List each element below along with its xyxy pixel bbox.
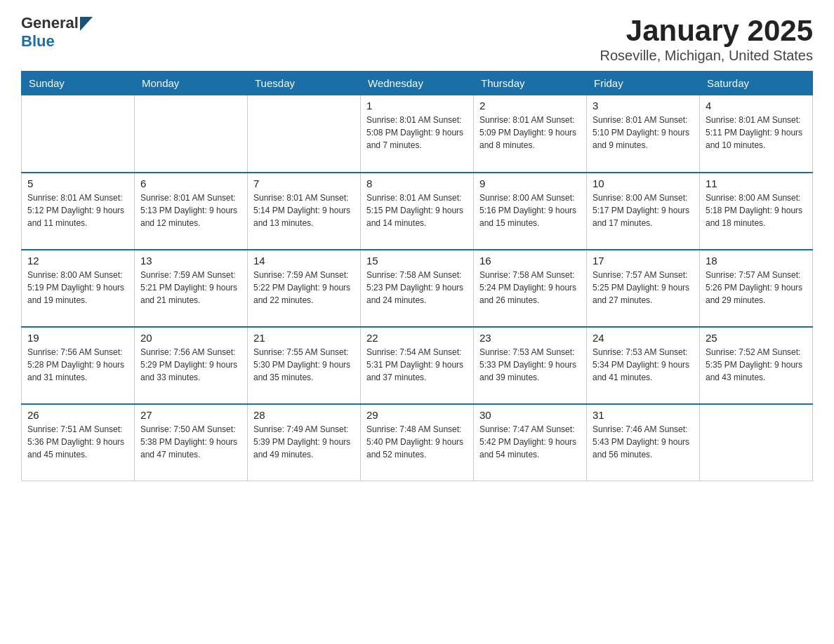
day-header-tuesday: Tuesday [248,72,361,95]
calendar-cell: 11Sunrise: 8:00 AM Sunset: 5:18 PM Dayli… [700,173,813,250]
calendar-cell: 18Sunrise: 7:57 AM Sunset: 5:26 PM Dayli… [700,250,813,327]
day-number: 25 [706,332,807,344]
day-info: Sunrise: 8:01 AM Sunset: 5:10 PM Dayligh… [593,114,694,152]
day-info: Sunrise: 7:59 AM Sunset: 5:21 PM Dayligh… [140,269,241,307]
logo: General Blue [21,14,93,51]
calendar-week-row: 19Sunrise: 7:56 AM Sunset: 5:28 PM Dayli… [22,327,813,404]
day-number: 8 [366,177,468,189]
day-header-sunday: Sunday [22,72,135,95]
day-info: Sunrise: 7:46 AM Sunset: 5:43 PM Dayligh… [593,423,694,461]
day-number: 4 [706,100,807,112]
calendar-cell: 7Sunrise: 8:01 AM Sunset: 5:14 PM Daylig… [248,173,361,250]
day-number: 21 [253,332,355,344]
calendar-cell: 1Sunrise: 8:01 AM Sunset: 5:08 PM Daylig… [361,95,474,173]
calendar-cell [22,95,135,173]
day-info: Sunrise: 7:53 AM Sunset: 5:34 PM Dayligh… [593,346,694,384]
day-info: Sunrise: 7:58 AM Sunset: 5:23 PM Dayligh… [366,269,468,307]
calendar-cell: 26Sunrise: 7:51 AM Sunset: 5:36 PM Dayli… [22,404,135,481]
calendar-cell: 23Sunrise: 7:53 AM Sunset: 5:33 PM Dayli… [474,327,587,404]
calendar-cell: 16Sunrise: 7:58 AM Sunset: 5:24 PM Dayli… [474,250,587,327]
calendar-cell: 12Sunrise: 8:00 AM Sunset: 5:19 PM Dayli… [22,250,135,327]
calendar-cell [248,95,361,173]
day-info: Sunrise: 7:59 AM Sunset: 5:22 PM Dayligh… [253,269,355,307]
day-info: Sunrise: 7:57 AM Sunset: 5:26 PM Dayligh… [706,269,807,307]
day-info: Sunrise: 7:49 AM Sunset: 5:39 PM Dayligh… [253,423,355,461]
calendar-cell: 28Sunrise: 7:49 AM Sunset: 5:39 PM Dayli… [248,404,361,481]
calendar-cell: 9Sunrise: 8:00 AM Sunset: 5:16 PM Daylig… [474,173,587,250]
day-header-saturday: Saturday [700,72,813,95]
day-number: 17 [593,255,694,267]
logo-arrow-icon [80,17,93,31]
calendar-cell: 22Sunrise: 7:54 AM Sunset: 5:31 PM Dayli… [361,327,474,404]
day-number: 9 [479,177,581,189]
day-header-thursday: Thursday [474,72,587,95]
day-header-wednesday: Wednesday [361,72,474,95]
calendar-table: SundayMondayTuesdayWednesdayThursdayFrid… [21,71,813,481]
day-number: 14 [253,255,355,267]
day-number: 13 [140,255,241,267]
day-info: Sunrise: 8:01 AM Sunset: 5:12 PM Dayligh… [27,192,128,229]
svg-marker-0 [80,17,93,31]
calendar-title: January 2025 [600,14,813,48]
day-number: 16 [479,255,581,267]
day-number: 1 [366,100,468,112]
calendar-cell: 10Sunrise: 8:00 AM Sunset: 5:17 PM Dayli… [587,173,700,250]
calendar-cell: 25Sunrise: 7:52 AM Sunset: 5:35 PM Dayli… [700,327,813,404]
day-number: 26 [27,409,128,421]
day-number: 11 [706,177,807,189]
calendar-cell: 24Sunrise: 7:53 AM Sunset: 5:34 PM Dayli… [587,327,700,404]
calendar-cell: 27Sunrise: 7:50 AM Sunset: 5:38 PM Dayli… [135,404,248,481]
day-info: Sunrise: 7:56 AM Sunset: 5:29 PM Dayligh… [140,346,241,384]
day-header-monday: Monday [135,72,248,95]
calendar-week-row: 12Sunrise: 8:00 AM Sunset: 5:19 PM Dayli… [22,250,813,327]
day-number: 22 [366,332,468,344]
calendar-cell: 8Sunrise: 8:01 AM Sunset: 5:15 PM Daylig… [361,173,474,250]
day-info: Sunrise: 7:47 AM Sunset: 5:42 PM Dayligh… [479,423,581,461]
day-info: Sunrise: 8:01 AM Sunset: 5:15 PM Dayligh… [366,192,468,229]
calendar-cell: 4Sunrise: 8:01 AM Sunset: 5:11 PM Daylig… [700,95,813,173]
day-number: 20 [140,332,241,344]
day-info: Sunrise: 8:01 AM Sunset: 5:11 PM Dayligh… [706,114,807,152]
day-info: Sunrise: 8:00 AM Sunset: 5:17 PM Dayligh… [593,192,694,229]
calendar-cell: 21Sunrise: 7:55 AM Sunset: 5:30 PM Dayli… [248,327,361,404]
calendar-cell: 15Sunrise: 7:58 AM Sunset: 5:23 PM Dayli… [361,250,474,327]
day-info: Sunrise: 8:01 AM Sunset: 5:09 PM Dayligh… [479,114,581,152]
calendar-cell: 3Sunrise: 8:01 AM Sunset: 5:10 PM Daylig… [587,95,700,173]
day-info: Sunrise: 7:53 AM Sunset: 5:33 PM Dayligh… [479,346,581,384]
day-info: Sunrise: 7:51 AM Sunset: 5:36 PM Dayligh… [27,423,128,461]
day-number: 28 [253,409,355,421]
calendar-cell [135,95,248,173]
day-info: Sunrise: 8:00 AM Sunset: 5:18 PM Dayligh… [706,192,807,229]
day-number: 7 [253,177,355,189]
day-info: Sunrise: 8:00 AM Sunset: 5:19 PM Dayligh… [27,269,128,307]
calendar-cell: 5Sunrise: 8:01 AM Sunset: 5:12 PM Daylig… [22,173,135,250]
logo-blue-text: Blue [21,32,55,50]
day-number: 18 [706,255,807,267]
calendar-cell: 13Sunrise: 7:59 AM Sunset: 5:21 PM Dayli… [135,250,248,327]
day-info: Sunrise: 8:01 AM Sunset: 5:08 PM Dayligh… [366,114,468,152]
day-info: Sunrise: 8:00 AM Sunset: 5:16 PM Dayligh… [479,192,581,229]
calendar-cell: 29Sunrise: 7:48 AM Sunset: 5:40 PM Dayli… [361,404,474,481]
day-number: 6 [140,177,241,189]
day-info: Sunrise: 8:01 AM Sunset: 5:13 PM Dayligh… [140,192,241,229]
calendar-subtitle: Roseville, Michigan, United States [600,48,813,64]
day-number: 12 [27,255,128,267]
day-info: Sunrise: 7:58 AM Sunset: 5:24 PM Dayligh… [479,269,581,307]
calendar-week-row: 26Sunrise: 7:51 AM Sunset: 5:36 PM Dayli… [22,404,813,481]
day-number: 23 [479,332,581,344]
logo-general-text: General [21,14,79,32]
calendar-week-row: 1Sunrise: 8:01 AM Sunset: 5:08 PM Daylig… [22,95,813,173]
day-number: 24 [593,332,694,344]
day-number: 19 [27,332,128,344]
day-info: Sunrise: 7:52 AM Sunset: 5:35 PM Dayligh… [706,346,807,384]
day-info: Sunrise: 7:57 AM Sunset: 5:25 PM Dayligh… [593,269,694,307]
day-info: Sunrise: 7:56 AM Sunset: 5:28 PM Dayligh… [27,346,128,384]
calendar-cell [700,404,813,481]
day-number: 29 [366,409,468,421]
day-number: 15 [366,255,468,267]
day-number: 2 [479,100,581,112]
calendar-cell: 19Sunrise: 7:56 AM Sunset: 5:28 PM Dayli… [22,327,135,404]
title-block: January 2025 Roseville, Michigan, United… [600,14,813,64]
day-number: 3 [593,100,694,112]
page-header: General Blue January 2025 Roseville, Mic… [21,14,813,64]
